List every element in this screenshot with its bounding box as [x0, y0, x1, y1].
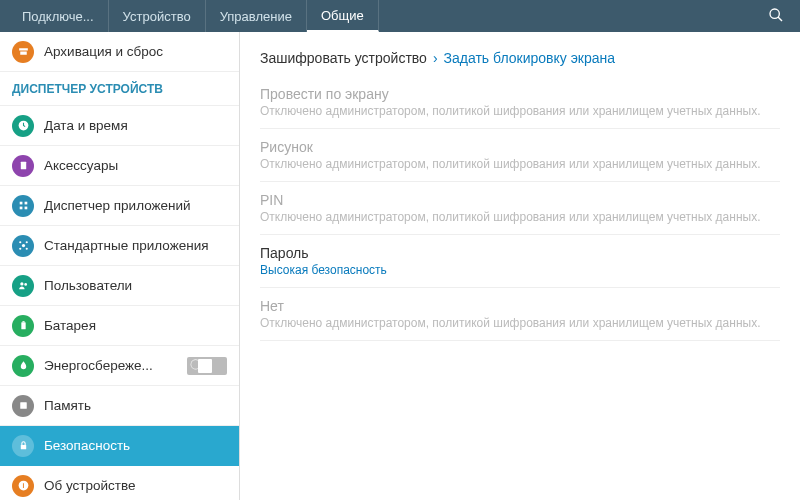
svg-point-9: [19, 241, 21, 243]
svg-point-13: [20, 282, 23, 285]
option-subtitle: Отключено администратором, политикой шиф…: [260, 210, 780, 224]
breadcrumb-current: Задать блокировку экрана: [444, 50, 615, 66]
sidebar-item-about[interactable]: i Об устройстве: [0, 466, 239, 500]
search-icon: [768, 7, 784, 26]
lock-icon: [12, 435, 34, 457]
sidebar-item-archive[interactable]: Архивация и сброс: [0, 32, 239, 72]
sidebar-item-users[interactable]: Пользователи: [0, 266, 239, 306]
svg-rect-16: [22, 321, 24, 322]
sidebar-item-label: Батарея: [44, 318, 96, 333]
sidebar-item-label: Пользователи: [44, 278, 132, 293]
search-button[interactable]: [760, 0, 792, 32]
sidebar-item-label: Стандартные приложения: [44, 238, 209, 253]
option-pattern: Рисунок Отключено администратором, полит…: [260, 129, 780, 182]
sidebar-header-device-manager: ДИСПЕТЧЕР УСТРОЙСТВ: [0, 72, 239, 106]
option-pin: PIN Отключено администратором, политикой…: [260, 182, 780, 235]
breadcrumb: Зашифровать устройство › Задать блокиров…: [260, 50, 780, 66]
users-icon: [12, 275, 34, 297]
svg-point-14: [24, 283, 27, 286]
svg-rect-6: [19, 207, 22, 210]
apps-icon: [12, 195, 34, 217]
option-subtitle: Отключено администратором, политикой шиф…: [260, 316, 780, 330]
option-title: Провести по экрану: [260, 86, 780, 102]
powersave-icon: [12, 355, 34, 377]
sidebar-item-label: Об устройстве: [44, 478, 136, 493]
accessories-icon: [12, 155, 34, 177]
option-none: Нет Отключено администратором, политикой…: [260, 288, 780, 341]
sidebar-item-memory[interactable]: Память: [0, 386, 239, 426]
svg-rect-17: [20, 402, 27, 409]
svg-point-12: [25, 248, 27, 250]
archive-icon: [12, 41, 34, 63]
svg-point-11: [19, 248, 21, 250]
svg-rect-18: [20, 445, 25, 449]
tab-management[interactable]: Управление: [206, 0, 307, 32]
svg-rect-5: [24, 202, 27, 205]
powersave-toggle[interactable]: [187, 357, 227, 375]
tab-connections[interactable]: Подключе...: [8, 0, 109, 32]
sidebar-item-label: Диспетчер приложений: [44, 198, 191, 213]
sidebar-item-label: Дата и время: [44, 118, 128, 133]
sidebar-item-powersave[interactable]: Энергосбереже...: [0, 346, 239, 386]
sidebar: Архивация и сброс ДИСПЕТЧЕР УСТРОЙСТВ Да…: [0, 32, 240, 500]
battery-icon: [12, 315, 34, 337]
sidebar-item-security[interactable]: Безопасность: [0, 426, 239, 466]
clock-icon: [12, 115, 34, 137]
sidebar-item-label: Безопасность: [44, 438, 130, 453]
sidebar-item-label: Энергосбереже...: [44, 358, 153, 373]
content-pane: Зашифровать устройство › Задать блокиров…: [240, 32, 800, 500]
svg-line-1: [778, 17, 782, 21]
option-subtitle: Отключено администратором, политикой шиф…: [260, 157, 780, 171]
sidebar-item-label: Аксессуары: [44, 158, 118, 173]
svg-rect-15: [21, 322, 25, 329]
option-title: PIN: [260, 192, 780, 208]
memory-icon: [12, 395, 34, 417]
option-title: Рисунок: [260, 139, 780, 155]
option-password[interactable]: Пароль Высокая безопасность: [260, 235, 780, 288]
breadcrumb-root[interactable]: Зашифровать устройство: [260, 50, 427, 66]
svg-rect-4: [19, 202, 22, 205]
svg-point-0: [770, 9, 779, 18]
info-icon: i: [12, 475, 34, 497]
sidebar-item-datetime[interactable]: Дата и время: [0, 106, 239, 146]
sidebar-item-appmanager[interactable]: Диспетчер приложений: [0, 186, 239, 226]
sidebar-item-battery[interactable]: Батарея: [0, 306, 239, 346]
option-subtitle: Отключено администратором, политикой шиф…: [260, 104, 780, 118]
svg-rect-7: [24, 207, 27, 210]
svg-rect-3: [20, 162, 25, 170]
option-subtitle: Высокая безопасность: [260, 263, 780, 277]
svg-point-8: [21, 244, 24, 247]
tab-device[interactable]: Устройство: [109, 0, 206, 32]
sidebar-header-label: ДИСПЕТЧЕР УСТРОЙСТВ: [12, 82, 163, 96]
option-title: Нет: [260, 298, 780, 314]
option-title: Пароль: [260, 245, 780, 261]
sidebar-item-label: Архивация и сброс: [44, 44, 163, 59]
svg-point-10: [25, 241, 27, 243]
chevron-right-icon: ›: [433, 50, 438, 66]
svg-text:i: i: [22, 482, 24, 489]
tab-general[interactable]: Общие: [307, 0, 379, 32]
sidebar-item-accessories[interactable]: Аксессуары: [0, 146, 239, 186]
sidebar-item-defaultapps[interactable]: Стандартные приложения: [0, 226, 239, 266]
default-apps-icon: [12, 235, 34, 257]
sidebar-item-label: Память: [44, 398, 91, 413]
option-swipe: Провести по экрану Отключено администрат…: [260, 76, 780, 129]
